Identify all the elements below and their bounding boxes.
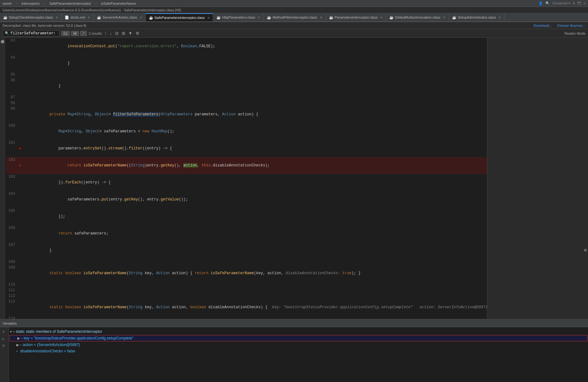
search-input-wrapper[interactable]: 🔍 bbox=[3, 30, 59, 37]
line-num-112: 112 bbox=[6, 293, 18, 299]
line-content-95 bbox=[22, 72, 487, 78]
line-content-110 bbox=[22, 282, 487, 287]
code-line-95: 95 bbox=[6, 72, 487, 78]
indicator-106 bbox=[18, 225, 22, 242]
code-line-94: 94 } bbox=[6, 55, 487, 72]
indicator-97 bbox=[18, 95, 22, 100]
key-icon: ▪ bbox=[21, 336, 22, 340]
indicator-103 bbox=[18, 174, 22, 191]
expand-icon-action[interactable]: ▶ bbox=[16, 343, 19, 347]
tab-default-action-invocation[interactable]: ☕ DefaultActionInvocation.class ✕ bbox=[386, 13, 449, 21]
line-content-101: parameters.entrySet().stream().filter((e… bbox=[22, 140, 487, 157]
code-line-99: 99 private Map<String, Object> filterSaf… bbox=[6, 106, 487, 123]
line-content-109: static boolean isSafeParameterName(Strin… bbox=[22, 265, 487, 282]
prev-result-button[interactable]: ↑ bbox=[104, 31, 108, 36]
line-num-98: 98 bbox=[6, 100, 18, 106]
indicator-95 bbox=[18, 72, 22, 78]
download-button[interactable]: Download... bbox=[533, 24, 552, 27]
right-panel bbox=[487, 38, 588, 319]
indicator-101: ● bbox=[18, 140, 22, 157]
expand-icon[interactable]: ▾ bbox=[10, 330, 12, 334]
code-line-108: 108 bbox=[6, 259, 487, 265]
indicator-109 bbox=[18, 265, 22, 282]
tab-struts-xml[interactable]: 📄 struts.xml ✕ bbox=[62, 13, 94, 21]
copy-button[interactable]: ⊞ bbox=[121, 31, 126, 36]
line-content-93: invocationContext.put("report.conversion… bbox=[22, 38, 487, 55]
variables-header: Variables bbox=[0, 320, 588, 327]
indicator-114 bbox=[18, 316, 22, 319]
tab-setup-administrator[interactable]: ☕ SetupAdministrator.class ✕ bbox=[449, 13, 504, 21]
line-num-94: 94 bbox=[6, 55, 18, 72]
line-num-107: 107 bbox=[6, 242, 18, 259]
line-num-105: 105 bbox=[6, 208, 18, 225]
code-line-93: 93 invocationContext.put("report.convers… bbox=[6, 38, 487, 55]
tab-parameters-interceptor[interactable]: ☕ ParametersInterceptor.class ✕ bbox=[326, 13, 386, 21]
line-num-100: 100 bbox=[6, 123, 18, 140]
indicator-94 bbox=[18, 55, 22, 72]
choose-sources-button[interactable]: Choose Sources... bbox=[557, 24, 586, 27]
expand-view-button[interactable]: ⊟ bbox=[114, 31, 120, 36]
search-input[interactable] bbox=[10, 31, 55, 36]
line-content-96: } bbox=[22, 78, 487, 95]
expand-icon-key[interactable]: ▶ bbox=[17, 336, 20, 340]
code-line-103: 103 }).forEach((entry) -> { bbox=[6, 174, 487, 191]
var-value-key: key = "bootstrapStatusProvider.applicati… bbox=[24, 336, 133, 340]
whole-word-btn[interactable]: W bbox=[71, 31, 79, 36]
gear-icon[interactable]: ⚙ bbox=[584, 247, 587, 253]
variables-title: Variables bbox=[3, 321, 17, 325]
tab-bar: ☕ SetupCheckInterceptor.class ✕ 📄 struts… bbox=[0, 13, 588, 22]
filter-button[interactable]: ▼ bbox=[127, 31, 133, 36]
code-line-96: 96 } bbox=[6, 78, 487, 95]
line-content-112 bbox=[22, 293, 487, 299]
settings-filter-button[interactable]: ⚙ bbox=[135, 31, 140, 36]
nav-interceptors[interactable]: interceptors bbox=[21, 2, 39, 5]
breadcrumb-path: \Users\Lenovo\Desktop\confluence\conflue… bbox=[3, 8, 181, 12]
var-row-static-members[interactable]: ▾ ▪ static static members of SafeParamet… bbox=[9, 328, 588, 335]
action-icon: ▪ bbox=[20, 343, 21, 347]
bottom-icon-expand[interactable]: ▷ bbox=[1, 337, 6, 341]
indicator-96 bbox=[18, 78, 22, 95]
line-content-97 bbox=[22, 95, 487, 100]
tab-method-filter-interceptor[interactable]: ☕ MethodFilterInterceptor.class ✕ bbox=[264, 13, 326, 21]
tab-setup-check-interceptor[interactable]: ☕ SetupCheckInterceptor.class ✕ bbox=[0, 13, 62, 21]
line-content-103: }).forEach((entry) -> { bbox=[22, 174, 487, 191]
line-num-96: 96 bbox=[6, 78, 18, 95]
line-content-106: return safeParameters; bbox=[22, 225, 487, 242]
regex-btn[interactable]: .* bbox=[80, 31, 87, 36]
line-num-111: 111 bbox=[6, 287, 18, 293]
indicator-110 bbox=[18, 282, 22, 287]
bottom-icon-add[interactable]: + bbox=[1, 330, 6, 334]
sidebar-debug-icon[interactable]: ⬤ bbox=[0, 39, 5, 43]
next-result-button[interactable]: ↓ bbox=[109, 31, 113, 36]
code-line-110: 110 bbox=[6, 282, 487, 287]
line-content-104: safeParameters.put(entry.getKey(), entry… bbox=[22, 191, 487, 208]
code-line-105: 105 }); bbox=[6, 208, 487, 225]
var-row-key[interactable]: ▶ ▪ key = "bootstrapStatusProvider.appli… bbox=[9, 335, 587, 341]
var-row-action[interactable]: ▶ ▪ action = {ServerInfoAction@5897} bbox=[9, 342, 588, 348]
breadcrumb-bar: \Users\Lenovo\Desktop\confluence\conflue… bbox=[0, 7, 588, 13]
var-name-static-members: static members of SafeParametersIntercep… bbox=[26, 329, 102, 334]
indicator-108 bbox=[18, 259, 22, 265]
case-sensitive-btn[interactable]: Cc bbox=[61, 31, 70, 36]
var-value-action: action = {ServerInfoAction@5897} bbox=[23, 343, 80, 347]
tab-http-parameters[interactable]: ☕ HttpParameters.class ✕ bbox=[213, 13, 264, 21]
code-editor[interactable]: 93 invocationContext.put("report.convers… bbox=[5, 38, 487, 319]
tab-server-info-action[interactable]: ☕ ServerInfoAction.class ✕ bbox=[94, 13, 145, 21]
indicator-112 bbox=[18, 293, 22, 299]
nav-safe-params-interceptor[interactable]: SafeParametersInterceptor bbox=[50, 2, 91, 5]
var-row-disable-annotation[interactable]: ▪ disableAnnotationChecks = false bbox=[9, 348, 588, 354]
line-content-94: } bbox=[22, 55, 487, 72]
disable-annotation-icon: ▪ bbox=[16, 349, 18, 353]
line-num-108: 108 bbox=[6, 259, 18, 265]
line-content-102: return isSafeParameterName((String)entry… bbox=[22, 157, 487, 174]
indicator-99 bbox=[18, 106, 22, 123]
bottom-icon-collapse[interactable]: ▽ bbox=[1, 344, 6, 348]
nav-is-safe-param[interactable]: isSafeParameterName bbox=[101, 2, 136, 5]
line-num-95: 95 bbox=[6, 72, 18, 78]
nav-xwork[interactable]: xwork bbox=[3, 2, 12, 5]
line-num-110: 110 bbox=[6, 282, 18, 287]
tab-safe-params-interceptor[interactable]: ☕ SafeParametersInterceptor.class ✕ bbox=[146, 13, 214, 21]
line-num-97: 97 bbox=[6, 95, 18, 100]
left-sidebar: ⬤ bbox=[0, 38, 5, 319]
line-num-103: 103 bbox=[6, 174, 18, 191]
